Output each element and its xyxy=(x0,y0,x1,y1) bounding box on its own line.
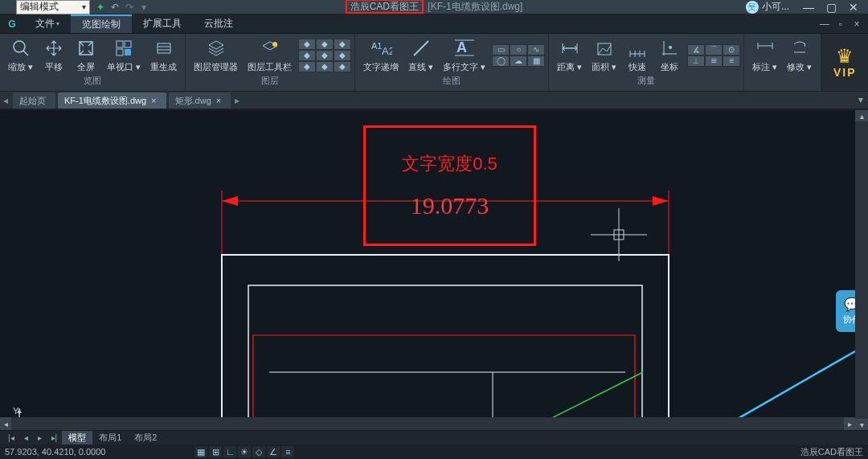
drawing-canvas[interactable]: 文字宽度0.5 19.0773 X Y 💬 协作 ▴ ▾ ◂ xyxy=(0,109,868,430)
ribbon-pan[interactable]: 平移 xyxy=(38,35,70,75)
close-icon[interactable]: × xyxy=(151,96,156,105)
svg-point-28 xyxy=(669,46,672,49)
lineweight-toggle-icon[interactable]: ≡ xyxy=(280,445,295,458)
layout-nav-first[interactable]: |◂ xyxy=(3,433,19,442)
ribbon-coord[interactable]: 坐标 xyxy=(653,35,686,75)
mode-select[interactable]: 编辑模式 ▾ xyxy=(16,0,90,14)
tab-layout2[interactable]: 布局2 xyxy=(128,431,163,445)
scroll-track[interactable] xyxy=(11,417,844,430)
svg-marker-34 xyxy=(222,196,238,206)
ribbon-fullscreen[interactable]: 全屏 xyxy=(70,35,102,75)
swatch[interactable]: ☁ xyxy=(510,55,527,67)
layout-nav-prev[interactable]: ◂ xyxy=(19,433,33,442)
ribbon-annotate[interactable]: 标注 ▾ xyxy=(747,35,782,75)
swatch[interactable]: ◆ xyxy=(334,50,351,61)
quick-icon xyxy=(626,37,649,59)
scroll-up-button[interactable]: ▴ xyxy=(855,110,868,121)
close-button[interactable]: ✕ xyxy=(842,0,865,14)
ribbon-area[interactable]: 面积 ▾ xyxy=(587,35,621,75)
ribbon-modify[interactable]: 修改 ▾ xyxy=(782,35,817,75)
area-icon xyxy=(593,37,616,59)
polar-toggle-icon[interactable]: ☀ xyxy=(237,445,252,458)
menu-cloud-annotate[interactable]: 云批注 xyxy=(193,14,244,33)
tab-scroll-left[interactable]: ◂ xyxy=(0,92,11,109)
svg-rect-5 xyxy=(117,49,123,55)
layout-nav-next[interactable]: ▸ xyxy=(33,433,47,442)
swatch[interactable]: ○ xyxy=(510,44,527,55)
swatch[interactable]: ≡ xyxy=(723,55,740,67)
swatch[interactable]: ◆ xyxy=(298,39,316,50)
tab-scroll-right[interactable]: ▸ xyxy=(231,92,243,109)
menu-file[interactable]: 文件 ▾ xyxy=(24,14,71,33)
file-tabs: ◂ 起始页 KF-1电缆敷设图.dwg × 矩形.dwg × ▸ ▾ xyxy=(0,92,868,109)
username-label: 小可... xyxy=(762,0,789,14)
scroll-down-button[interactable]: ▾ xyxy=(855,419,868,430)
swatch[interactable]: ◆ xyxy=(298,50,316,61)
swatch[interactable]: ⌒ xyxy=(705,44,723,55)
snap-toggle-icon[interactable]: ▦ xyxy=(194,445,208,458)
tab-dropdown[interactable]: ▾ xyxy=(854,92,868,108)
tab-start[interactable]: 起始页 xyxy=(13,92,56,109)
swatch[interactable]: ◆ xyxy=(316,50,334,61)
app-logo-icon[interactable]: G xyxy=(0,14,24,33)
grid-toggle-icon[interactable]: ⊞ xyxy=(208,445,223,458)
ribbon-zoom[interactable]: 缩放 ▾ xyxy=(3,35,38,75)
qat-redo-icon[interactable]: ↷ xyxy=(122,0,137,14)
minimize-button[interactable]: — xyxy=(797,0,820,14)
doc-minimize-button[interactable]: — xyxy=(817,18,833,30)
swatch[interactable]: ▦ xyxy=(527,55,545,67)
swatch[interactable]: ⊙ xyxy=(723,44,740,55)
scroll-left-button[interactable]: ◂ xyxy=(0,417,11,430)
tab-file-2[interactable]: 矩形.dwg × xyxy=(169,92,232,109)
ortho-toggle-icon[interactable]: ∟ xyxy=(223,445,237,458)
vip-block[interactable]: ♛ VIP xyxy=(821,34,869,91)
maximize-button[interactable]: ▢ xyxy=(820,0,842,14)
tab-layout1-label: 布局1 xyxy=(99,432,121,444)
ribbon-text-matchprop[interactable]: A1A2 文字递增 xyxy=(358,35,403,75)
vertical-scrollbar[interactable]: ▴ ▾ xyxy=(855,110,868,430)
swatch[interactable]: ◆ xyxy=(316,61,334,72)
swatch[interactable]: ∿ xyxy=(527,44,545,55)
close-icon[interactable]: × xyxy=(216,96,221,105)
ribbon-quick[interactable]: 快速 xyxy=(621,35,653,75)
tab-model[interactable]: 模型 xyxy=(62,431,92,445)
qat-new-icon[interactable]: ✦ xyxy=(93,0,108,14)
text-step-icon: A1A2 xyxy=(370,37,392,59)
ribbon-line-label: 直线 xyxy=(408,62,426,72)
doc-restore-button[interactable]: ▫ xyxy=(833,18,849,30)
swatch[interactable]: ◆ xyxy=(316,39,334,50)
layout-nav-last[interactable]: ▸| xyxy=(47,433,63,442)
doc-close-button[interactable]: × xyxy=(849,18,865,30)
ribbon-line[interactable]: 直线 ▾ xyxy=(403,35,438,75)
user-avatar-icon[interactable]: 웃 xyxy=(746,1,759,14)
swatch[interactable]: ◆ xyxy=(334,61,351,72)
menu-extend-tools[interactable]: 扩展工具 xyxy=(132,14,193,33)
ribbon-regen[interactable]: 重生成 xyxy=(145,35,182,75)
swatch[interactable]: ⟂ xyxy=(687,55,705,67)
tab-file-1[interactable]: KF-1电缆敷设图.dwg × xyxy=(58,92,167,109)
qat-dropdown-icon[interactable]: ▾ xyxy=(137,0,151,14)
ribbon-single-viewport[interactable]: 单视口 ▾ xyxy=(102,35,145,75)
scroll-right-button[interactable]: ▸ xyxy=(844,417,855,430)
swatch[interactable]: ◯ xyxy=(492,55,510,67)
swatch[interactable]: ▭ xyxy=(492,44,510,55)
tab-layout1[interactable]: 布局1 xyxy=(92,431,128,445)
swatch[interactable]: ∡ xyxy=(687,44,705,55)
otrack-toggle-icon[interactable]: ∠ xyxy=(266,445,280,458)
ribbon-distance[interactable]: 距离 ▾ xyxy=(552,35,587,75)
svg-rect-4 xyxy=(125,41,131,47)
horizontal-scrollbar[interactable]: ◂ ▸ xyxy=(0,417,855,430)
ribbon-layer-toolbar[interactable]: 图层工具栏 xyxy=(243,35,297,75)
qat-undo-icon[interactable]: ↶ xyxy=(108,0,122,14)
app-window: 编辑模式 ▾ ✦ ↶ ↷ ▾ 浩辰CAD看图王 [KF-1电缆敷设图.dwg] … xyxy=(0,0,868,459)
swatch[interactable]: ≋ xyxy=(705,55,723,67)
osnap-toggle-icon[interactable]: ◇ xyxy=(252,445,266,458)
ribbon-mtext[interactable]: A 多行文字 ▾ xyxy=(438,35,490,75)
menu-view-draw[interactable]: 览图绘制 xyxy=(71,14,132,33)
ribbon-layer-manager[interactable]: 图层管理器 xyxy=(189,35,243,75)
swatch[interactable]: ◆ xyxy=(298,61,316,72)
swatch[interactable]: ◆ xyxy=(334,39,351,50)
scroll-track[interactable] xyxy=(855,121,868,419)
model-layout-tabs: |◂ ◂ ▸ ▸| 模型 布局1 布局2 xyxy=(0,430,868,445)
app-title-box: 浩辰CAD看图王 xyxy=(346,0,424,14)
